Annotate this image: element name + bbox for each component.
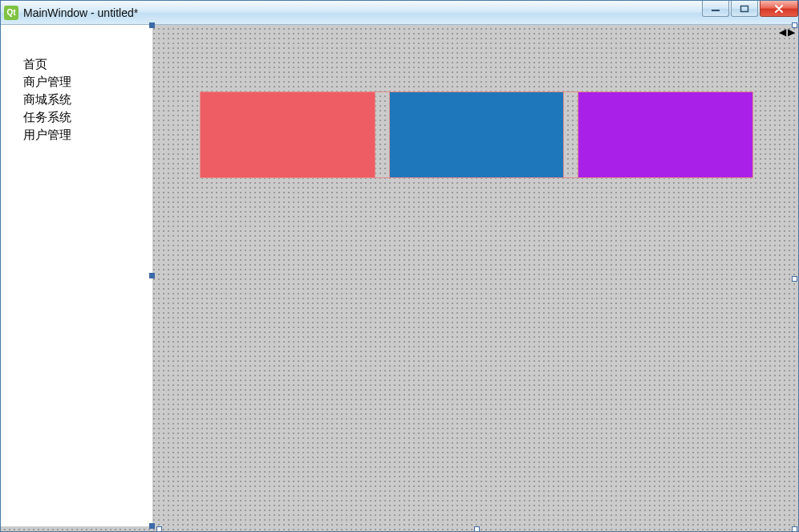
sidebar-item-user[interactable]: 用户管理 — [23, 126, 152, 144]
selection-handle[interactable] — [149, 523, 155, 529]
selection-handle[interactable] — [792, 22, 797, 28]
minimize-button[interactable] — [702, 1, 729, 17]
qt-logo-icon: Qt — [4, 6, 18, 20]
svg-rect-0 — [712, 10, 720, 11]
selection-handle[interactable] — [792, 526, 797, 532]
maximize-button[interactable] — [731, 1, 758, 17]
selection-handle[interactable] — [792, 276, 797, 282]
sidebar-item-mall[interactable]: 商城系统 — [23, 91, 152, 108]
svg-rect-1 — [741, 6, 748, 11]
tab-nav-right-icon[interactable]: ▶ — [788, 26, 795, 38]
sidebar-item-task[interactable]: 任务系统 — [23, 108, 152, 126]
form-canvas[interactable]: ◀ ▶ 首页 商户管理 商城系统 任务系统 用户管理 — [1, 25, 798, 531]
window-controls — [702, 1, 798, 18]
close-button[interactable] — [760, 1, 798, 17]
sidebar-item-home[interactable]: 首页 — [23, 55, 152, 73]
sidebar-item-merchant[interactable]: 商户管理 — [23, 73, 152, 91]
block-gap — [564, 92, 578, 177]
selection-handle[interactable] — [156, 526, 162, 532]
selection-handle[interactable] — [149, 22, 155, 28]
block-purple[interactable] — [578, 92, 752, 177]
block-gap — [375, 92, 390, 177]
block-red[interactable] — [201, 92, 375, 177]
tab-nav-left-icon[interactable]: ◀ — [779, 26, 786, 38]
color-blocks-layout[interactable] — [200, 91, 753, 178]
window-titlebar: Qt MainWindow - untitled* — [1, 1, 798, 25]
selection-handle[interactable] — [474, 526, 480, 532]
selection-handle[interactable] — [149, 273, 155, 278]
window-title: MainWindow - untitled* — [23, 6, 138, 19]
block-blue[interactable] — [390, 92, 565, 177]
sidebar-tree[interactable]: 首页 商户管理 商城系统 任务系统 用户管理 — [1, 25, 152, 526]
tab-nav-arrows: ◀ ▶ — [779, 26, 795, 38]
